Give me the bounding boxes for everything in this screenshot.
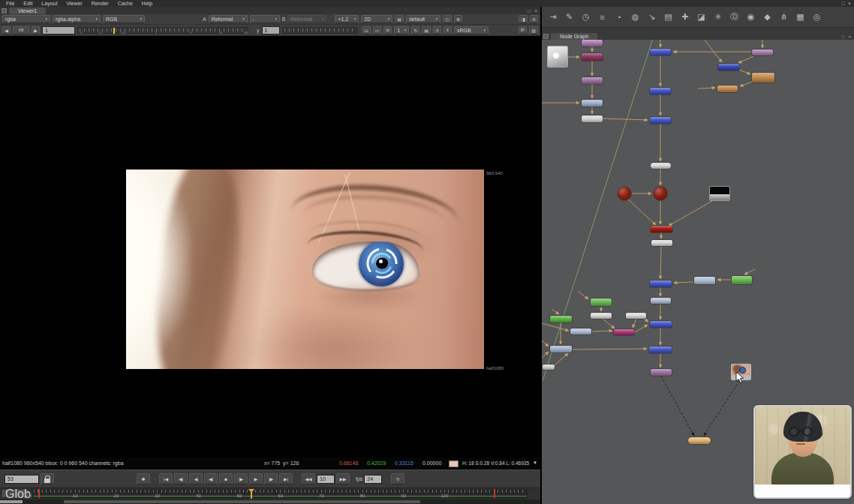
viewer-pane-corner-0-icon[interactable]: ◨ (519, 15, 528, 23)
node-ltblue-2[interactable] (570, 328, 591, 334)
gamma-value-field[interactable]: 1 (262, 26, 280, 34)
viewer-analysis-0-icon[interactable]: ◫ (443, 15, 452, 23)
float-pane-icon[interactable]: □ (528, 8, 531, 14)
node-dot-pill[interactable] (651, 163, 671, 169)
node-red-circle-1[interactable] (618, 187, 631, 200)
prev-keyframe-button[interactable]: ◀| (174, 473, 188, 484)
next-keyframe-button[interactable]: |▶ (264, 473, 278, 484)
viewer-cache-3-icon[interactable]: ‖ (444, 26, 452, 34)
input-b-dropdown[interactable]: Reformat▾ (287, 15, 326, 23)
pane-handle-icon[interactable] (2, 8, 7, 14)
viewer-analysis-1-icon[interactable]: ≣ (454, 15, 462, 23)
node-white-2[interactable] (591, 313, 612, 319)
node-maroon-1[interactable] (582, 53, 603, 61)
other-icon[interactable]: ▦ (795, 12, 806, 22)
play-forward-button[interactable]: ▶ (249, 473, 263, 484)
node-blue-6[interactable] (649, 346, 672, 353)
timeline-playhead[interactable] (251, 489, 252, 499)
node-white-bar[interactable] (651, 240, 672, 246)
display-mode-dropdown[interactable]: RGB▾ (103, 15, 145, 23)
node-purple-3[interactable] (651, 369, 672, 376)
time-icon[interactable]: ◷ (580, 12, 591, 22)
gain-slider-marker[interactable] (113, 28, 115, 34)
node-blue-3[interactable] (650, 117, 671, 124)
node-blue-5[interactable] (650, 321, 672, 328)
close-pane-icon[interactable]: × (534, 8, 537, 14)
node-white-4[interactable] (543, 364, 555, 370)
zoom-dropdown[interactable]: +1.2▾ (335, 15, 359, 23)
node-black-thumb[interactable] (709, 186, 730, 201)
keyer-icon[interactable]: ↘ (646, 12, 657, 22)
node-ltblue-3[interactable] (550, 346, 572, 352)
skip-back-button[interactable]: ◀◀ (302, 473, 315, 484)
wipe-layer-dropdown[interactable]: default▾ (406, 15, 441, 23)
viewer-roi-2-icon[interactable]: ⧉ (383, 26, 392, 34)
timeline-ruler[interactable]: 102030405060708090100 (32, 489, 528, 499)
node-purple-1[interactable] (582, 40, 603, 46)
menu-viewer[interactable]: Viewer (62, 0, 86, 7)
menu-cache[interactable]: Cache (114, 0, 137, 7)
frame-increment-dropdown[interactable]: 1▾ (394, 26, 409, 34)
image-icon[interactable]: ⇥ (547, 12, 558, 22)
node-blue-1[interactable] (650, 49, 671, 56)
node-white-1[interactable] (582, 116, 603, 122)
gain-value-field[interactable]: 1 (42, 26, 75, 34)
viewer-cache-2-icon[interactable]: ↺ (433, 26, 441, 34)
node-purple-4[interactable] (752, 50, 773, 56)
current-frame-field[interactable]: 53 (5, 475, 39, 484)
tab-viewer1[interactable]: Viewer1 (9, 8, 46, 14)
scrollbar-handle[interactable] (64, 500, 420, 503)
node-darkblue-1[interactable] (718, 64, 739, 70)
step-forward-button[interactable]: |▶ (234, 473, 248, 484)
tab-node-graph[interactable]: Node Graph (551, 33, 597, 40)
threed-icon[interactable]: ◪ (696, 12, 707, 22)
node-orange-1[interactable] (752, 73, 774, 82)
node-read-thumb[interactable] (547, 46, 568, 68)
draw-icon[interactable]: ✎ (564, 12, 575, 22)
menu-help[interactable]: Help (138, 0, 156, 7)
metadata-icon[interactable]: ◆ (762, 12, 773, 22)
aperture-button[interactable]: f/8 (13, 26, 29, 34)
node-blue-4[interactable] (650, 280, 672, 287)
loop-mode-button[interactable]: ↻ (391, 473, 404, 484)
blend-mode-dropdown[interactable]: -▾ (250, 15, 280, 23)
node-magenta-2[interactable] (614, 329, 634, 335)
menu-edit[interactable]: Edit (20, 0, 36, 7)
filter-icon[interactable]: ◍ (630, 12, 641, 22)
input-a-dropdown[interactable]: Reformat▾ (209, 15, 248, 23)
fps-field[interactable]: 24 (364, 475, 382, 484)
node-purple-2[interactable] (582, 77, 603, 84)
frame-lock-button[interactable] (41, 473, 54, 484)
channels-dropdown[interactable]: rgba▾ (2, 15, 50, 23)
layer-book-icon[interactable]: ▤ (395, 15, 404, 23)
wipe-stripes-icon[interactable]: ▨ (529, 26, 538, 34)
node-viewer-node[interactable] (688, 437, 711, 444)
gain-next-button[interactable]: ▶ (32, 26, 40, 34)
particles-icon[interactable]: ✳ (712, 12, 723, 22)
play-backward-button[interactable]: ◀ (189, 473, 203, 484)
views-icon[interactable]: ◉ (745, 12, 756, 22)
go-start-button[interactable]: |◀ (159, 473, 173, 484)
go-end-button[interactable]: ▶| (279, 473, 293, 484)
viewer-roi-0-icon[interactable]: ⊡ (362, 26, 371, 34)
viewer-scrollbar[interactable] (0, 500, 540, 504)
float-window-icon[interactable]: □ (842, 1, 845, 7)
alpha-channel-dropdown[interactable]: rgba.alpha▾ (53, 15, 101, 23)
viewer-canvas[interactable]: 960,540 half1080 (0, 36, 540, 458)
node-red-bar[interactable] (651, 226, 672, 232)
node-orange-2[interactable] (717, 86, 738, 92)
scrollbar-handle[interactable] (0, 500, 23, 503)
menu-file[interactable]: File (2, 0, 18, 7)
viewer-pane-corner-1-icon[interactable]: ≋ (530, 15, 538, 23)
stop-button[interactable]: ■ (219, 473, 233, 484)
node-white-3[interactable] (626, 313, 646, 319)
transform-icon[interactable]: ✚ (679, 12, 690, 22)
color-icon[interactable]: ◔ (613, 13, 624, 22)
node-green-3[interactable] (732, 276, 752, 284)
node-ltblue-5[interactable] (694, 277, 715, 284)
menu-render[interactable]: Render (88, 0, 113, 7)
merge-icon[interactable]: ▤ (663, 12, 674, 22)
gain-slider[interactable]: 00.10.3131064 (77, 27, 248, 34)
skip-amount-field[interactable]: 10 (317, 475, 335, 484)
status-caret-icon[interactable]: ▼ (533, 460, 537, 465)
